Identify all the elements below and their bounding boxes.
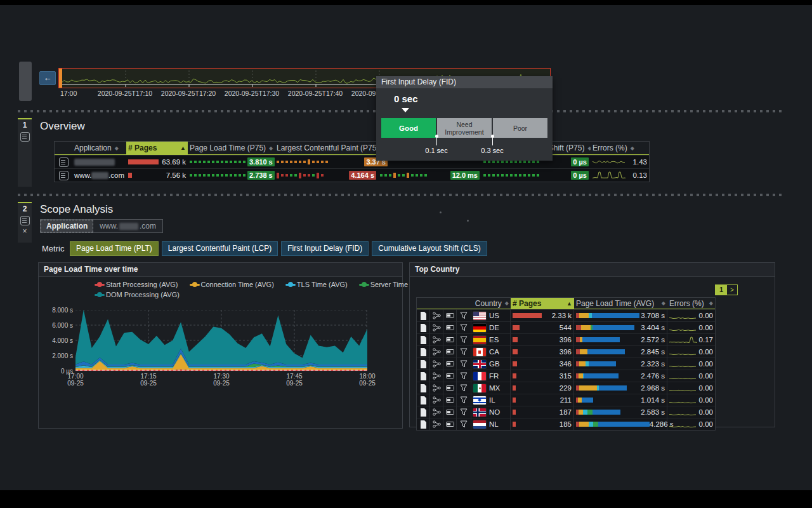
replay-icon[interactable] [446, 349, 454, 355]
row-details-icon[interactable] [59, 157, 69, 167]
legend-item[interactable]: DOM Processing (AVG) [95, 291, 180, 298]
replay-icon[interactable] [446, 313, 454, 319]
row-action-cell [430, 345, 443, 358]
session-branch-icon[interactable] [433, 348, 441, 356]
replay-icon[interactable] [446, 385, 454, 391]
replay-icon[interactable] [446, 422, 454, 427]
column-header-pages[interactable]: # Pages▲ [511, 298, 574, 309]
sort-icon: ◆ [709, 300, 713, 306]
session-branch-icon[interactable] [433, 336, 441, 344]
tab-fid[interactable]: First Input Delay (FID) [281, 241, 369, 256]
session-branch-icon[interactable] [433, 384, 441, 392]
errors-sparkline [669, 396, 697, 404]
legend-item[interactable]: TLS Time (AVG) [285, 281, 348, 288]
bar-segment [589, 422, 593, 427]
close-icon[interactable]: × [22, 228, 27, 234]
redacted-text [74, 159, 115, 166]
row-action-cell [430, 333, 443, 345]
filter-value-prefix: www. [100, 222, 118, 231]
errors-sparkline [669, 408, 697, 417]
metric-distribution [190, 174, 247, 177]
next-page-button[interactable]: > [727, 285, 737, 295]
column-header-errors[interactable]: Errors (%)◆ [667, 298, 715, 309]
replay-icon[interactable] [446, 337, 454, 343]
replay-icon[interactable] [446, 325, 454, 331]
page-number[interactable]: 1 [716, 285, 727, 295]
column-header[interactable]: # Pages▲ [126, 142, 188, 155]
document-icon[interactable] [420, 384, 427, 392]
application-cell[interactable] [72, 155, 126, 168]
errors-value: 0.00 [699, 348, 713, 356]
filter-funnel-icon[interactable] [460, 396, 468, 404]
filter-funnel-icon[interactable] [460, 312, 468, 319]
row-action-cell [417, 358, 430, 370]
document-icon[interactable] [420, 312, 427, 320]
tab-plt[interactable]: Page Load Time (PLT) [70, 241, 159, 256]
document-icon[interactable] [420, 408, 427, 417]
document-icon[interactable] [420, 336, 427, 344]
filter-funnel-icon[interactable] [460, 372, 468, 380]
distribution-block [225, 174, 228, 177]
filter-funnel-icon[interactable] [460, 348, 468, 356]
document-icon[interactable] [420, 348, 427, 356]
replay-icon[interactable] [446, 410, 454, 415]
application-filter-label: Application [41, 220, 93, 232]
pagination[interactable]: 1 > [715, 284, 738, 295]
row-action-cell [457, 309, 471, 321]
tab-lcp[interactable]: Largest Contentful Paint (LCP) [162, 241, 278, 256]
replay-icon[interactable] [446, 373, 454, 379]
range-handle-left[interactable] [59, 69, 62, 88]
column-header[interactable]: Page Load Time (P75)◆ [188, 142, 275, 155]
document-icon[interactable] [420, 360, 427, 368]
bar-segment [587, 410, 593, 415]
plt-value: 2.583 s [641, 408, 665, 416]
distribution-block [234, 174, 237, 177]
tooltip-title: First Input Delay (FID) [376, 76, 553, 88]
plt-stacked-bar [576, 422, 650, 427]
session-branch-icon[interactable] [433, 324, 441, 331]
filter-funnel-icon[interactable] [460, 384, 468, 392]
filter-funnel-icon[interactable] [460, 408, 468, 416]
distribution-block [299, 161, 301, 163]
legend-item[interactable]: Start Processing (AVG) [95, 281, 178, 288]
session-branch-icon[interactable] [433, 360, 441, 368]
document-icon[interactable] [420, 420, 427, 429]
application-filter-value[interactable]: www. .com [93, 220, 162, 232]
x-tick-date: 09-25 [280, 380, 308, 387]
session-branch-icon[interactable] [433, 312, 441, 319]
column-header[interactable]: Application◆ [72, 142, 126, 155]
legend-dot [97, 282, 102, 287]
list-icon[interactable] [20, 132, 30, 142]
plt-cell: 2.738 s [188, 168, 275, 182]
timeline-axis-label: 2020-09-25T17:30 [225, 90, 279, 97]
session-branch-icon[interactable] [433, 420, 441, 428]
session-branch-icon[interactable] [433, 372, 441, 380]
replay-icon[interactable] [446, 361, 454, 367]
filter-funnel-icon[interactable] [460, 420, 468, 428]
timeline-back-button[interactable]: ← [39, 71, 56, 85]
list-icon[interactable] [20, 216, 30, 225]
pages-bar [513, 410, 516, 415]
errors-value: 0.00 [699, 312, 713, 319]
filter-funnel-icon[interactable] [460, 324, 468, 331]
session-branch-icon[interactable] [433, 396, 441, 404]
column-header-plt[interactable]: Page Load Time (AVG)◆ [574, 298, 667, 309]
row-details-icon[interactable] [59, 171, 69, 180]
session-branch-icon[interactable] [433, 408, 441, 416]
document-icon[interactable] [420, 372, 427, 380]
distribution-block [514, 174, 517, 177]
filter-funnel-icon[interactable] [460, 336, 468, 344]
document-icon[interactable] [420, 396, 427, 404]
column-header-country[interactable]: Country◆ [417, 298, 511, 309]
replay-icon[interactable] [446, 398, 454, 403]
pages-bar [513, 385, 516, 391]
column-header[interactable]: Errors (%)◆ [591, 142, 649, 155]
timeline-collapse-handle[interactable] [19, 62, 32, 101]
application-cell[interactable]: www..com [72, 168, 126, 182]
document-icon[interactable] [420, 324, 427, 332]
application-filter[interactable]: Application www. .com [40, 219, 163, 233]
tab-cls[interactable]: Cumulative Layout Shift (CLS) [372, 241, 487, 256]
filter-funnel-icon[interactable] [460, 360, 468, 368]
column-header[interactable]: Largest Contentful Paint (P75)◆ [275, 142, 378, 155]
legend-item[interactable]: Connection Time (AVG) [190, 281, 274, 288]
